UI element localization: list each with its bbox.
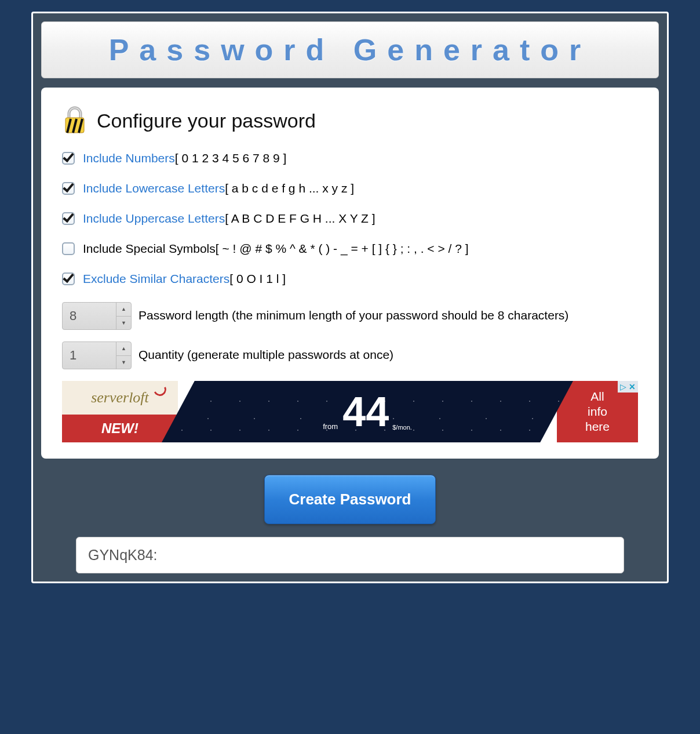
option-include-lowercase: Include Lowercase Letters[ a b c d e f g… bbox=[62, 181, 638, 195]
quantity-row: 1 ▲ ▼ Quantity (generate multiple passwo… bbox=[62, 341, 638, 369]
option-label[interactable]: Include Special Symbols[ ~ ! @ # $ % ^ &… bbox=[83, 242, 469, 256]
length-value: 8 bbox=[63, 303, 116, 329]
config-header: Configure your password bbox=[62, 106, 638, 135]
app-frame: Password Generator Configure your passwo… bbox=[31, 12, 669, 583]
length-spinner: ▲ ▼ bbox=[116, 303, 131, 329]
quantity-spinner: ▲ ▼ bbox=[116, 342, 131, 369]
checkbox-include-numbers[interactable] bbox=[62, 152, 75, 165]
checkbox-include-uppercase[interactable] bbox=[62, 212, 75, 225]
option-label[interactable]: Include Numbers[ 0 1 2 3 4 5 6 7 8 9 ] bbox=[83, 151, 286, 165]
ad-new-badge: NEW! bbox=[62, 415, 178, 442]
ad-left: serverloft NEW! bbox=[62, 381, 178, 442]
quantity-down-icon[interactable]: ▼ bbox=[116, 356, 131, 369]
option-label[interactable]: Include Uppercase Letters[ A B C D E F G… bbox=[83, 212, 375, 226]
config-panel: Configure your password Include Numbers[… bbox=[41, 88, 659, 459]
option-include-uppercase: Include Uppercase Letters[ A B C D E F G… bbox=[62, 212, 638, 226]
title-bar: Password Generator bbox=[41, 21, 659, 78]
quantity-label: Quantity (generate multiple passwords at… bbox=[138, 341, 638, 363]
ad-unit: $/mon. bbox=[392, 424, 412, 431]
page-title: Password Generator bbox=[48, 32, 652, 67]
checkbox-include-lowercase[interactable] bbox=[62, 182, 75, 195]
lock-icon bbox=[62, 106, 88, 135]
ad-from: from bbox=[323, 422, 338, 431]
config-heading: Configure your password bbox=[97, 110, 316, 132]
option-include-symbols: Include Special Symbols[ ~ ! @ # $ % ^ &… bbox=[62, 242, 638, 256]
ad-price: 44 bbox=[342, 391, 389, 433]
option-include-numbers: Include Numbers[ 0 1 2 3 4 5 6 7 8 9 ] bbox=[62, 151, 638, 165]
length-stepper[interactable]: 8 ▲ ▼ bbox=[62, 302, 132, 330]
ad-brand: serverloft bbox=[62, 381, 178, 415]
ad-banner[interactable]: serverloft NEW! from 44 $/mon. All info … bbox=[62, 381, 638, 442]
option-label[interactable]: Exclude Similar Characters[ 0 O I 1 l ] bbox=[83, 272, 286, 286]
length-label: Password length (the minimum length of y… bbox=[138, 302, 638, 324]
length-down-icon[interactable]: ▼ bbox=[116, 317, 131, 330]
adchoices-icon[interactable]: ▷ bbox=[620, 382, 626, 391]
ad-middle: from 44 $/mon. bbox=[162, 381, 573, 442]
generated-password-output[interactable]: GYNqK84: bbox=[76, 537, 624, 573]
create-password-button[interactable]: Create Password bbox=[264, 475, 436, 524]
swoosh-icon bbox=[152, 381, 168, 398]
checkbox-exclude-similar[interactable] bbox=[62, 272, 75, 285]
ad-controls: ▷ ✕ bbox=[618, 381, 638, 393]
quantity-value: 1 bbox=[63, 342, 116, 369]
checkbox-include-symbols[interactable] bbox=[62, 242, 75, 255]
quantity-up-icon[interactable]: ▲ bbox=[116, 342, 131, 356]
length-up-icon[interactable]: ▲ bbox=[116, 303, 131, 317]
ad-close-icon[interactable]: ✕ bbox=[629, 382, 636, 391]
length-row: 8 ▲ ▼ Password length (the minimum lengt… bbox=[62, 302, 638, 330]
quantity-stepper[interactable]: 1 ▲ ▼ bbox=[62, 341, 132, 369]
option-label[interactable]: Include Lowercase Letters[ a b c d e f g… bbox=[83, 181, 354, 195]
option-exclude-similar: Exclude Similar Characters[ 0 O I 1 l ] bbox=[62, 272, 638, 286]
